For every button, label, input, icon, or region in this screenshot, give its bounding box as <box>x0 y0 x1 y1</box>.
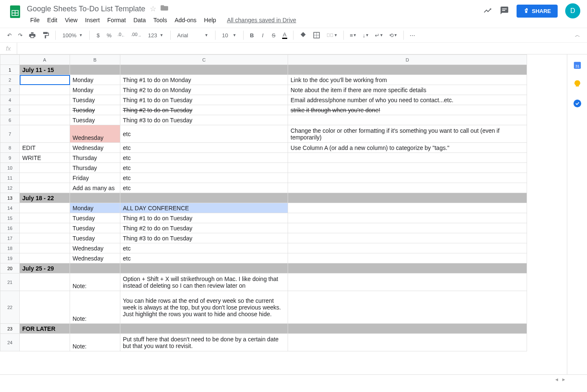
cell[interactable]: July 18 - 22 <box>20 193 70 203</box>
text-color-button[interactable]: A <box>280 30 290 41</box>
cell[interactable] <box>120 65 288 75</box>
row-header[interactable]: 6 <box>0 115 20 125</box>
menu-view[interactable]: View <box>62 15 81 25</box>
cell[interactable] <box>288 163 527 173</box>
cell[interactable]: Put stuff here that doesn't need to be d… <box>120 334 288 351</box>
cell[interactable] <box>288 273 527 291</box>
cell[interactable] <box>288 183 527 193</box>
keep-icon[interactable] <box>573 80 582 89</box>
cell[interactable] <box>288 291 527 324</box>
row-header[interactable]: 13 <box>0 193 20 203</box>
cell[interactable] <box>288 263 527 273</box>
cell[interactable] <box>120 193 288 203</box>
cell[interactable]: Option + Shift + X will strikethrough on… <box>120 273 288 291</box>
cell[interactable]: Wednesday <box>70 143 120 153</box>
cell[interactable] <box>70 65 120 75</box>
cell[interactable]: Friday <box>70 173 120 183</box>
cell[interactable] <box>288 65 527 75</box>
cell[interactable]: Wednesday <box>70 243 120 253</box>
more-toolbar-button[interactable]: ⋯ <box>407 30 418 41</box>
cell[interactable] <box>20 291 70 324</box>
cell[interactable]: Monday <box>70 75 120 85</box>
halign-button[interactable]: ≡▼ <box>347 30 359 41</box>
italic-button[interactable]: I <box>258 30 268 41</box>
cell[interactable] <box>120 324 288 334</box>
spreadsheet-grid[interactable]: A B C D 1July 11 - 152MondayThing #1 to … <box>0 54 567 374</box>
menu-format[interactable]: Format <box>104 15 129 25</box>
print-icon[interactable] <box>26 30 39 41</box>
cell[interactable]: Monday <box>70 203 120 213</box>
cell[interactable] <box>288 223 527 233</box>
cell[interactable] <box>20 233 70 243</box>
cell[interactable]: etc <box>120 125 288 143</box>
col-header-b[interactable]: B <box>70 55 120 65</box>
menu-file[interactable]: File <box>27 15 43 25</box>
cell[interactable]: Note: <box>70 291 120 324</box>
account-avatar[interactable]: D <box>565 3 580 18</box>
row-header[interactable]: 23 <box>0 324 20 334</box>
doc-title[interactable]: Google Sheets To-Do List Template <box>27 5 145 13</box>
cell[interactable]: strike it through when you're done! <box>288 105 527 115</box>
cell[interactable] <box>20 105 70 115</box>
cell[interactable]: Thing #1 to do on Tuesday <box>120 95 288 105</box>
zoom-dropdown[interactable]: 100%▼ <box>59 31 86 40</box>
percent-button[interactable]: % <box>104 30 114 41</box>
cell[interactable]: July 11 - 15 <box>20 65 70 75</box>
cell[interactable] <box>70 193 120 203</box>
menu-insert[interactable]: Insert <box>82 15 103 25</box>
row-header[interactable]: 15 <box>0 213 20 223</box>
cell[interactable] <box>20 334 70 351</box>
cell[interactable]: Tuesday <box>70 213 120 223</box>
cell[interactable]: Tuesday <box>70 95 120 105</box>
cell[interactable]: Tuesday <box>70 115 120 125</box>
cell[interactable] <box>70 263 120 273</box>
borders-button[interactable] <box>310 30 323 41</box>
cell[interactable] <box>20 95 70 105</box>
cell[interactable]: ALL DAY CONFERENCE <box>120 203 288 213</box>
cell[interactable] <box>20 273 70 291</box>
cell[interactable] <box>20 213 70 223</box>
cell[interactable] <box>288 173 527 183</box>
row-header[interactable]: 16 <box>0 223 20 233</box>
row-header[interactable]: 14 <box>0 203 20 213</box>
increase-decimal-button[interactable]: .00→ <box>129 30 144 41</box>
row-header[interactable]: 12 <box>0 183 20 193</box>
cell[interactable]: Change the color or other formatting if … <box>288 125 527 143</box>
cell[interactable]: etc <box>120 143 288 153</box>
cell[interactable]: Wednesday <box>70 125 120 143</box>
cell[interactable] <box>70 324 120 334</box>
cell[interactable] <box>20 183 70 193</box>
row-header[interactable]: 2 <box>0 75 20 85</box>
cell[interactable]: Note: <box>70 334 120 351</box>
cell[interactable] <box>20 173 70 183</box>
font-dropdown[interactable]: Arial▼ <box>174 31 212 40</box>
row-header[interactable]: 5 <box>0 105 20 115</box>
strikethrough-button[interactable]: S <box>269 30 279 41</box>
row-header[interactable]: 3 <box>0 85 20 95</box>
cell[interactable] <box>288 233 527 243</box>
paint-format-icon[interactable] <box>39 30 52 41</box>
cell[interactable] <box>20 243 70 253</box>
star-icon[interactable]: ☆ <box>150 4 156 13</box>
rotate-button[interactable]: ⟲▼ <box>387 30 400 41</box>
row-header[interactable]: 19 <box>0 253 20 263</box>
cell[interactable] <box>288 253 527 263</box>
cell[interactable]: etc <box>120 163 288 173</box>
menu-addons[interactable]: Add-ons <box>171 15 200 25</box>
cell[interactable] <box>20 163 70 173</box>
cell[interactable]: Email address/phone number of who you ne… <box>288 95 527 105</box>
cell[interactable]: Thing #2 to do on Tuesday <box>120 105 288 115</box>
row-header[interactable]: 24 <box>0 334 20 351</box>
cell[interactable] <box>20 223 70 233</box>
cell[interactable]: WRITE <box>20 153 70 163</box>
row-header[interactable]: 10 <box>0 163 20 173</box>
row-header[interactable]: 11 <box>0 173 20 183</box>
cell[interactable]: EDIT <box>20 143 70 153</box>
merge-button[interactable]: ▼ <box>324 30 340 41</box>
currency-button[interactable]: $ <box>93 30 103 41</box>
cell[interactable]: July 25 - 29 <box>20 263 70 273</box>
cell[interactable]: Thing #3 to do on Tuesday <box>120 233 288 243</box>
cell[interactable] <box>20 115 70 125</box>
folder-icon[interactable] <box>161 4 168 13</box>
col-header-a[interactable]: A <box>20 55 70 65</box>
